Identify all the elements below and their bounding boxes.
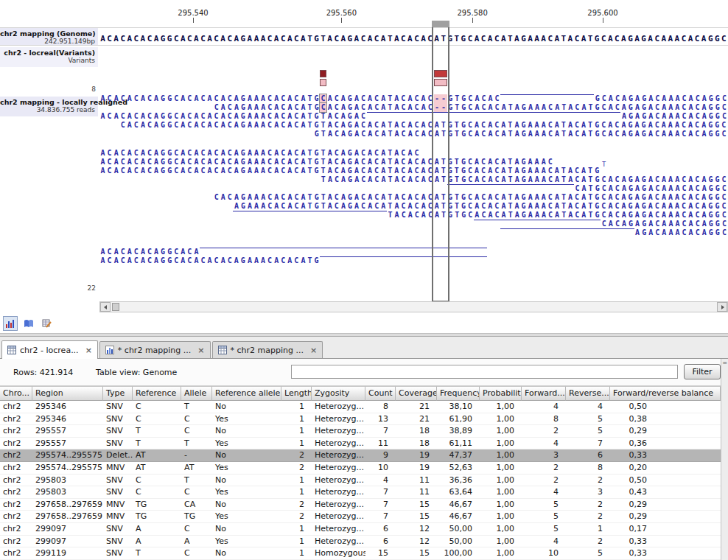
scroll-right-button[interactable] bbox=[717, 302, 727, 312]
table-row[interactable]: chr2295574..295575MNVATATYes2Heterozyg..… bbox=[0, 462, 721, 475]
column-header[interactable]: Reverse... bbox=[566, 386, 610, 401]
base: C bbox=[400, 34, 407, 44]
cell: 1,00 bbox=[480, 511, 522, 522]
variant-marker[interactable] bbox=[320, 70, 326, 77]
cell: 15 bbox=[365, 547, 396, 559]
base: A bbox=[660, 34, 667, 44]
column-header[interactable]: Frequency bbox=[437, 386, 480, 401]
read[interactable]: AGAAACACACATGTACAGACACATACACACATGTGCACAC… bbox=[99, 197, 728, 206]
table-row[interactable]: chr2297658..297659MNVTGCANo2Heterozyg...… bbox=[0, 499, 721, 511]
read[interactable]: GTACAGACACATACACACATGTGCACACATAGAAACATAC… bbox=[99, 125, 728, 134]
base: G bbox=[707, 34, 714, 44]
tab-close-icon[interactable]: × bbox=[85, 346, 92, 355]
column-header[interactable]: Reference bbox=[133, 386, 181, 401]
table-edit-icon[interactable] bbox=[40, 316, 55, 331]
table-row[interactable]: chr2295346SNVCTNo1Heterozyg...82138,101,… bbox=[0, 401, 721, 413]
table-row[interactable]: chr2297658..297659MNVTGTGYes2Heterozyg..… bbox=[0, 511, 721, 523]
cell: Heterozyg... bbox=[312, 511, 365, 522]
cell: Yes bbox=[212, 438, 281, 449]
read[interactable]: ACACACACAGGCACACACACAGAAACACACATGTACAGAC… bbox=[99, 153, 728, 162]
cell: 0,20 bbox=[610, 462, 721, 474]
base: G bbox=[460, 34, 466, 44]
base: C bbox=[601, 34, 607, 44]
read[interactable]: ACACACACAGGCACACACACAGAAACACACATG bbox=[99, 252, 728, 261]
table-row[interactable]: chr2299119SNVTCNo1Homozygous1515100,001,… bbox=[0, 547, 721, 560]
tab-0[interactable]: chr2 - locrea...× bbox=[1, 340, 98, 359]
track-graph-icon[interactable] bbox=[3, 316, 18, 331]
table-row[interactable]: chr2295574..295575Delet...AT-No2Heterozy… bbox=[0, 449, 721, 462]
table-row[interactable]: chr2299097SNVACNo1Heterozyg...61250,001,… bbox=[0, 523, 721, 536]
column-header[interactable]: Allele bbox=[181, 386, 212, 401]
table-row[interactable]: chr2295803SNVCTNo1Heterozyg...41136,361,… bbox=[0, 475, 721, 487]
tab-close-icon[interactable]: × bbox=[310, 346, 317, 355]
base: A bbox=[354, 130, 360, 139]
base: C bbox=[547, 130, 553, 139]
column-header[interactable]: Type bbox=[103, 386, 133, 401]
table-row[interactable]: chr2295557SNVTCNo1Heterozyg...71838,891,… bbox=[0, 425, 721, 438]
read[interactable]: ACACACACAGGCACACACACAGAAACACACATGTACAGAC… bbox=[99, 108, 728, 116]
read[interactable]: CACAGAAACACACATGCACAGACACATACACAC--GTGCA… bbox=[99, 99, 728, 108]
read[interactable]: ACACACACAGGCACA bbox=[99, 243, 728, 252]
table-row[interactable]: chr2295557SNVTTYes1Heterozyg...111861,11… bbox=[0, 438, 721, 450]
cell: Yes bbox=[212, 511, 281, 522]
table-row[interactable]: chr2295346SNVCCYes1Heterozyg...132161,90… bbox=[0, 413, 721, 426]
cell: No bbox=[212, 547, 281, 559]
read[interactable]: CACAGAAACACACATGTACAGACACATACACACATGTGCA… bbox=[99, 189, 728, 197]
cell: 1 bbox=[281, 438, 312, 449]
open-book-icon[interactable] bbox=[21, 316, 36, 331]
reference-track-label: chr2 mapping (Genome) 242.951.149bp bbox=[0, 28, 98, 45]
column-header[interactable]: Forward... bbox=[522, 386, 566, 401]
read[interactable]: ACACACACAGGCACACACACAGAAACACACATGTACAGAC… bbox=[99, 144, 728, 153]
cell: C bbox=[133, 413, 181, 425]
column-header[interactable]: Count bbox=[365, 386, 396, 401]
column-header[interactable]: Coverage bbox=[396, 386, 437, 401]
base: C bbox=[106, 34, 113, 44]
chart-icon bbox=[105, 346, 114, 354]
read[interactable]: CATGCACAGAGACAAACACAGGC bbox=[99, 180, 728, 189]
column-header[interactable]: Length bbox=[281, 386, 312, 401]
base: A bbox=[540, 34, 547, 44]
read[interactable]: TACACACATGTGCACACATAGAAACATACATGCACAGAGA… bbox=[99, 206, 728, 215]
tab-2[interactable]: * chr2 mapping ...× bbox=[212, 341, 323, 358]
read[interactable]: ACACACACAGGCACACACACAGAAACACACATGCACAGAC… bbox=[99, 90, 728, 99]
cell: 50,00 bbox=[437, 523, 480, 535]
column-header[interactable]: Probability bbox=[480, 386, 522, 401]
variant-marker[interactable] bbox=[320, 79, 326, 86]
cell: 7 bbox=[566, 438, 610, 449]
base: G bbox=[313, 256, 320, 265]
column-header[interactable]: Chro... bbox=[0, 386, 32, 401]
base: C bbox=[360, 34, 366, 44]
read[interactable]: ACACACACAGGCACACACACAGAAACACACATGTACAGAC… bbox=[99, 162, 728, 171]
filter-button[interactable]: Filter bbox=[684, 364, 721, 379]
column-header[interactable]: Forward/reverse balance bbox=[610, 386, 721, 401]
tab-close-icon[interactable]: × bbox=[197, 346, 204, 355]
read[interactable]: AGACAAACACAGGC bbox=[99, 224, 728, 233]
cell: 5 bbox=[522, 499, 566, 511]
filter-input[interactable] bbox=[291, 365, 678, 379]
base: A bbox=[527, 130, 533, 139]
read[interactable]: CACACAGGCACACACACAGAAACACACATGTACAGACACA… bbox=[99, 116, 728, 125]
column-header[interactable]: Region bbox=[32, 386, 103, 401]
scrollbar-thumb[interactable] bbox=[112, 303, 119, 311]
read[interactable]: TACAGACACATACACACATGTGCACACATAGAAACATACA… bbox=[99, 171, 728, 180]
horizontal-scrollbar[interactable] bbox=[99, 301, 728, 312]
base: A bbox=[661, 228, 668, 237]
base: T bbox=[307, 256, 313, 265]
scroll-left-button[interactable] bbox=[100, 302, 111, 312]
table-row[interactable]: chr2295803SNVCCYes1Heterozyg...71163,641… bbox=[0, 486, 721, 499]
column-header[interactable]: Reference allele bbox=[212, 386, 281, 401]
read-pair-line bbox=[320, 256, 487, 257]
side-panel-toggle[interactable]: ≡ bbox=[721, 359, 728, 560]
tab-1[interactable]: * chr2 mapping ...× bbox=[99, 341, 211, 358]
table-row[interactable]: chr2299097SNVAAYes1Heterozyg...61250,001… bbox=[0, 536, 721, 548]
base: C bbox=[226, 34, 233, 44]
base: C bbox=[721, 130, 727, 139]
base: A bbox=[113, 256, 119, 265]
cell: C bbox=[133, 475, 181, 486]
base: A bbox=[300, 34, 307, 44]
cell: 12 bbox=[396, 536, 437, 547]
base: G bbox=[641, 228, 648, 237]
read[interactable]: CACAGAGACAAACACAGGC bbox=[99, 215, 728, 224]
base: A bbox=[620, 130, 627, 139]
column-header[interactable]: Zygosity bbox=[312, 386, 365, 401]
